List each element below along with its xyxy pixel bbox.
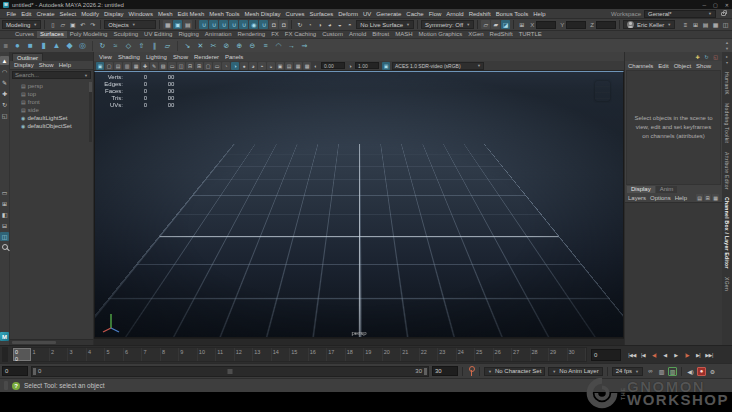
safe-title-icon[interactable]: ▭ — [213, 62, 221, 70]
timeline-frame[interactable]: 11 — [216, 348, 234, 361]
step-forward-key-button[interactable]: |▶ — [682, 349, 692, 361]
paint-select-tool[interactable]: ✎ — [0, 78, 9, 87]
anti-aliasing-icon[interactable]: ◒ — [267, 62, 275, 70]
timeline-frame[interactable]: 26 — [494, 348, 512, 361]
wireframe-on-shaded-icon[interactable]: ▦ — [294, 62, 302, 70]
snap-together-icon[interactable]: ∪ — [259, 20, 268, 29]
menu-item[interactable]: Deform — [336, 11, 361, 17]
timeline-frame[interactable]: 15 — [290, 348, 308, 361]
menu-item[interactable]: UV — [360, 11, 373, 17]
timeline-frame[interactable]: 14 — [272, 348, 290, 361]
shelf-tab[interactable]: XGen — [465, 31, 486, 38]
timeline-frame[interactable]: 25 — [475, 348, 493, 361]
shelf-tab[interactable]: RedShift — [487, 31, 516, 38]
new-scene-icon[interactable]: ▯ — [48, 20, 57, 29]
attach-surfaces-icon[interactable]: ⊕ — [234, 40, 245, 51]
menu-item[interactable]: Edit — [19, 11, 34, 17]
outliner-menu-item[interactable]: Show — [39, 62, 54, 68]
custom-layout-button[interactable]: ◫ — [0, 232, 9, 241]
sidebar-tab[interactable]: XGen — [724, 277, 730, 291]
channel-box-menu-item[interactable]: Show — [696, 63, 711, 69]
outliner-item[interactable]: ◉ defaultLightSet — [21, 114, 93, 121]
snap-to-curve-icon[interactable]: ∪ — [209, 20, 218, 29]
outliner-item[interactable]: ▤ persp — [21, 82, 93, 89]
layer-menu-item[interactable]: Help — [675, 195, 687, 201]
outliner-item[interactable]: ▤ front — [21, 98, 93, 105]
shelf-editor-icon[interactable]: ▲ — [725, 40, 729, 45]
color-space-selector[interactable]: ACES 1.0 SDR-video (sRGB) ▼ — [392, 62, 484, 70]
close-button[interactable]: ✕ — [725, 2, 729, 8]
layer-editor-tab[interactable]: Display — [627, 186, 655, 193]
set-key-icon[interactable] — [467, 366, 475, 377]
exposure-icon[interactable]: ◐ — [312, 62, 320, 70]
go-to-start-button[interactable]: |◀◀ — [627, 349, 637, 361]
panel-menu-item[interactable]: Show — [173, 54, 188, 60]
pin-panel-icon[interactable]: ▾ — [726, 60, 728, 65]
menu-item[interactable]: Mesh — [155, 11, 175, 17]
motion-blur-icon[interactable]: ◓ — [258, 62, 266, 70]
menu-item[interactable]: Select — [57, 11, 79, 17]
scale-tool[interactable]: ◱ — [0, 111, 9, 120]
boundary-icon[interactable]: ▱ — [162, 40, 173, 51]
nurbs-plane-icon[interactable]: ◆ — [64, 40, 75, 51]
construction-history-icon[interactable]: ↻ — [295, 20, 304, 29]
select-tool[interactable]: ▲ — [0, 56, 9, 65]
planar-icon[interactable]: ◇ — [123, 40, 134, 51]
outliner-item[interactable]: ▤ side — [21, 106, 93, 113]
step-forward-frame-button[interactable]: ▶| — [693, 349, 703, 361]
outliner-toggle-icon[interactable]: ▤ — [701, 20, 710, 29]
menu-item[interactable]: Cache — [404, 11, 426, 17]
menu-item[interactable]: File — [4, 11, 19, 17]
lock-selection-icon[interactable]: ◘ — [269, 20, 278, 29]
color-management-icon[interactable]: ▣ — [382, 62, 390, 70]
select-camera-icon[interactable]: ▣ — [96, 62, 104, 70]
timeline-frame[interactable]: 19 — [364, 348, 382, 361]
extrude-icon[interactable]: ⇧ — [136, 40, 147, 51]
textured-icon[interactable]: ▩ — [303, 62, 311, 70]
timeline-frame[interactable]: 13 — [253, 348, 271, 361]
panel-menu-item[interactable]: Renderer — [194, 54, 219, 60]
fps-selector[interactable]: 24 fps ▼ — [612, 367, 643, 376]
make-live-icon[interactable]: ◉ — [249, 20, 258, 29]
timeline-frame[interactable]: 17 — [327, 348, 345, 361]
shelf-tab[interactable]: FX Caching — [282, 31, 319, 38]
shelf-tab[interactable]: TURTLE — [516, 31, 545, 38]
bookmark-icon[interactable]: ▥ — [123, 62, 131, 70]
panel-menu-item[interactable]: Shading — [118, 54, 140, 60]
shelf-tab[interactable]: Arnold — [346, 31, 369, 38]
shelf-tab[interactable]: Animation — [202, 31, 235, 38]
workspace-selector[interactable]: General* ▼ — [644, 10, 716, 18]
panel-menu-item[interactable]: Lighting — [146, 54, 167, 60]
timeline-frame[interactable]: 27 — [512, 348, 530, 361]
layer-menu-item[interactable]: Layers — [628, 195, 646, 201]
snap-to-projected-center-icon[interactable]: ∪ — [229, 20, 238, 29]
auto-keyframe-icon[interactable]: ● — [697, 367, 706, 376]
dock-panel-icon[interactable]: ▸ — [726, 54, 728, 59]
timeline-ruler[interactable]: 0123456789101112131415161718192021222324… — [12, 347, 587, 362]
lighting-all-icon[interactable]: ◔ — [222, 62, 230, 70]
rotate-manipulator-icon[interactable]: ↻ — [703, 53, 710, 60]
speaker-icon[interactable]: ◀) — [686, 367, 695, 376]
menu-item[interactable]: Redshift — [466, 11, 493, 17]
workspace-controls-icon[interactable]: ⊞ — [691, 20, 700, 29]
extend-surface-icon[interactable]: ⇒ — [299, 40, 310, 51]
animation-preferences-icon[interactable]: ⚙ — [708, 367, 717, 376]
menu-item[interactable]: Flow — [426, 11, 444, 17]
lasso-select-tool[interactable]: ◠ — [0, 67, 9, 76]
settings-icon[interactable]: ◫ — [721, 20, 730, 29]
timeline-frame[interactable]: 16 — [309, 348, 327, 361]
z-coordinate-field[interactable] — [596, 21, 616, 29]
snap-to-point-icon[interactable]: ∪ — [219, 20, 228, 29]
shelf-tab[interactable]: Rigging — [175, 31, 201, 38]
nurbs-sphere-icon[interactable]: ● — [12, 40, 23, 51]
open-scene-icon[interactable]: ▱ — [58, 20, 67, 29]
grid-toggle-icon[interactable]: ≡ — [681, 20, 690, 29]
menu-item[interactable]: Display — [101, 11, 126, 17]
nurbs-cylinder-icon[interactable]: ▮ — [38, 40, 49, 51]
paste-icon[interactable]: ▰ — [491, 20, 500, 29]
move-tool[interactable]: ✚ — [0, 89, 9, 98]
absolute-transform-icon[interactable]: ⊞ — [517, 20, 526, 29]
shelf-tab[interactable]: Surfaces — [37, 31, 67, 38]
gamma-field[interactable]: 1.00 — [355, 62, 379, 69]
menu-item[interactable]: Windows — [126, 11, 155, 17]
